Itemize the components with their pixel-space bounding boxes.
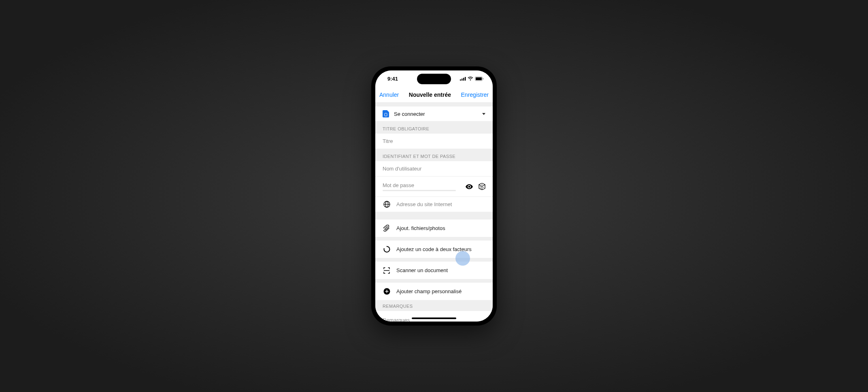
attach-files-row[interactable]: Ajout. fichiers/photos	[375, 219, 493, 237]
home-indicator[interactable]	[412, 317, 456, 319]
chevron-down-icon	[482, 113, 485, 115]
svg-rect-1	[462, 79, 463, 81]
section-header-title: TITRE OBLIGATOIRE	[375, 121, 493, 134]
phone-screen: 9:41 Annuler Nouvelle entrée Enregistrer	[375, 70, 493, 322]
form-content: Se connecter TITRE OBLIGATOIRE Titre IDE…	[375, 103, 493, 322]
refresh-icon	[383, 246, 391, 253]
two-factor-row[interactable]: Ajoutez un code à deux facteurs	[375, 241, 493, 258]
svg-rect-0	[460, 79, 461, 81]
entry-type-label: Se connecter	[394, 111, 482, 117]
website-input[interactable]: Adresse du site Internet	[396, 201, 485, 207]
add-custom-field-label: Ajouter champ personnalisé	[396, 288, 485, 294]
password-strength-bar	[383, 190, 456, 191]
entry-type-selector[interactable]: Se connecter	[375, 106, 493, 121]
dynamic-island	[417, 74, 451, 84]
plus-circle-icon	[383, 288, 391, 295]
svg-rect-5	[476, 77, 482, 80]
cellular-signal-icon	[460, 77, 466, 81]
scan-document-row[interactable]: Scanner un document	[375, 262, 493, 279]
username-row[interactable]: Nom d'utilisateur	[375, 161, 493, 177]
battery-icon	[475, 77, 484, 81]
section-header-notes: REMARQUES	[375, 300, 493, 311]
username-input[interactable]: Nom d'utilisateur	[383, 166, 485, 172]
section-header-credentials: IDENTIFIANT ET MOT DE PASSE	[375, 149, 493, 161]
phone-frame: 9:41 Annuler Nouvelle entrée Enregistrer	[371, 66, 497, 326]
title-input[interactable]: Titre	[383, 138, 485, 144]
wifi-icon	[468, 77, 473, 81]
svg-point-7	[482, 184, 483, 185]
svg-point-8	[480, 186, 481, 187]
scan-document-label: Scanner un document	[396, 267, 485, 273]
svg-point-10	[483, 187, 484, 188]
status-time: 9:41	[387, 76, 398, 82]
svg-rect-3	[465, 77, 466, 81]
paperclip-icon	[383, 225, 391, 232]
scan-icon	[383, 267, 391, 274]
eye-icon[interactable]	[466, 184, 473, 189]
add-custom-field-row[interactable]: Ajouter champ personnalisé	[375, 283, 493, 300]
globe-icon	[383, 201, 391, 208]
website-row[interactable]: Adresse du site Internet	[375, 197, 493, 212]
svg-point-9	[480, 188, 481, 189]
nav-bar: Annuler Nouvelle entrée Enregistrer	[375, 87, 493, 103]
password-input[interactable]: Mot de passe	[383, 182, 462, 188]
svg-rect-6	[483, 78, 484, 79]
notes-row[interactable]: Remarques	[375, 311, 493, 322]
title-row[interactable]: Titre	[375, 134, 493, 149]
dice-icon[interactable]	[479, 183, 485, 190]
two-factor-label: Ajoutez un code à deux facteurs	[396, 246, 485, 252]
svg-rect-2	[463, 78, 464, 81]
cancel-button[interactable]: Annuler	[379, 92, 399, 98]
attach-files-label: Ajout. fichiers/photos	[396, 225, 485, 231]
save-button[interactable]: Enregistrer	[461, 92, 489, 98]
password-row[interactable]: Mot de passe	[375, 177, 493, 197]
document-lock-icon	[383, 110, 389, 117]
page-title: Nouvelle entrée	[409, 92, 451, 98]
